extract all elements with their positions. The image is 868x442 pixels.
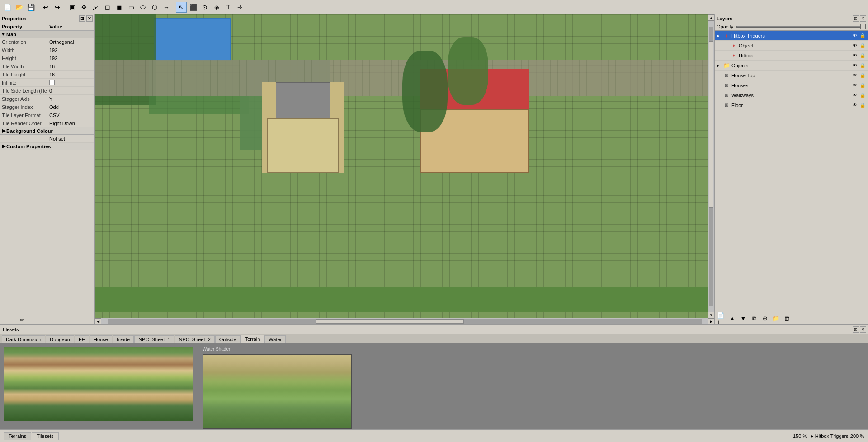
layer-item-objects-group[interactable]: ▶ 📁 Objects 👁 🔒 xyxy=(715,61,868,71)
new-button[interactable]: 📄 xyxy=(2,2,13,13)
scrollbar-right-arrow[interactable]: ▶ xyxy=(708,318,714,324)
props-row-stagger-index[interactable]: Stagger Index Odd xyxy=(0,103,94,111)
rect-button[interactable]: ▭ xyxy=(126,2,137,13)
props-edit-button[interactable]: ✏ xyxy=(18,316,26,324)
layers-close-button[interactable]: ✕ xyxy=(860,15,866,22)
layers-group-button[interactable]: 📁 xyxy=(771,314,781,324)
ellipse-button[interactable]: ⬭ xyxy=(137,2,148,13)
text-button[interactable]: T xyxy=(223,2,234,13)
cursor-button[interactable]: ↖ xyxy=(176,2,187,13)
layer-item-object[interactable]: ♦ Object 👁 🔒 xyxy=(715,41,868,51)
waypoint-button[interactable]: ✛ xyxy=(235,2,245,13)
layer-item-hitbox-triggers[interactable]: ▶ ♦ Hitbox Triggers 👁 🔒 xyxy=(715,31,868,41)
layer-visibility-house-top[interactable]: 👁 xyxy=(851,72,859,79)
layer-expand-hitbox-triggers[interactable]: ▶ xyxy=(717,33,723,38)
props-row-stagger-axis[interactable]: Stagger Axis Y xyxy=(0,95,94,103)
props-map-section[interactable]: ▾ Map xyxy=(0,31,94,38)
tab-npc-sheet-2[interactable]: NPC_Sheet_2 xyxy=(175,335,214,343)
layer-item-walkways[interactable]: ⊞ Walkways 👁 🔒 xyxy=(715,90,868,100)
layers-move-down-button[interactable]: ▼ xyxy=(738,314,748,324)
infinite-checkbox[interactable] xyxy=(49,80,55,85)
tilesets-content[interactable]: Water Shader xyxy=(0,343,868,429)
zoom-button[interactable]: ⊙ xyxy=(199,2,210,13)
tab-house[interactable]: House xyxy=(90,335,112,343)
undo-button[interactable]: ↩ xyxy=(40,2,51,13)
tab-fe[interactable]: FE xyxy=(75,335,89,343)
terrain-button[interactable]: ◈ xyxy=(211,2,222,13)
tab-npc-sheet-1[interactable]: NPC_Sheet_1 xyxy=(134,335,174,343)
tilesets-float-button[interactable]: ⊡ xyxy=(853,326,859,333)
scrollbar-down-arrow[interactable]: ▼ xyxy=(708,312,714,318)
move-button[interactable]: ✥ xyxy=(79,2,90,13)
layer-item-house-top[interactable]: ⊞ House Top 👁 🔒 xyxy=(715,71,868,80)
footer-tab-terrains[interactable]: Terrains xyxy=(4,432,31,440)
map-canvas[interactable] xyxy=(95,14,708,318)
map-scrollbar-horizontal[interactable]: ◀ ▶ xyxy=(95,318,714,324)
polygon-button[interactable]: ⬡ xyxy=(149,2,160,13)
layer-visibility-object[interactable]: 👁 xyxy=(851,42,859,49)
layer-lock-houses[interactable]: 🔒 xyxy=(859,82,866,89)
tileset-terrain-image-1[interactable] xyxy=(4,347,193,421)
layer-item-hitbox[interactable]: ♦ Hitbox 👁 🔒 xyxy=(715,51,868,61)
layer-visibility-floor[interactable]: 👁 xyxy=(851,102,859,109)
tab-dungeon[interactable]: Dungeon xyxy=(46,335,74,343)
props-row-width[interactable]: Width 192 xyxy=(0,46,94,54)
props-row-tile-layer-format[interactable]: Tile Layer Format CSV xyxy=(0,111,94,119)
props-row-render-order[interactable]: Tile Render Order Right Down xyxy=(0,119,94,127)
layer-visibility-walkways[interactable]: 👁 xyxy=(851,92,859,99)
paint-button[interactable]: 🖊 xyxy=(90,2,101,13)
tab-inside[interactable]: Inside xyxy=(113,335,134,343)
tilesets-close-button[interactable]: ✕ xyxy=(860,326,866,333)
opacity-slider[interactable] xyxy=(736,26,866,28)
tileset-terrain-image-2[interactable] xyxy=(203,354,352,429)
props-bg-colour-section[interactable]: ▶ Background Colour xyxy=(0,127,94,135)
layer-lock-hitbox[interactable]: 🔒 xyxy=(859,52,866,59)
tab-outside[interactable]: Outside xyxy=(215,335,241,343)
props-row-height[interactable]: Height 192 xyxy=(0,54,94,62)
layers-duplicate-button[interactable]: ⧉ xyxy=(749,314,759,324)
scrollbar-left-arrow[interactable]: ◀ xyxy=(95,318,101,324)
scrollbar-up-arrow[interactable]: ▲ xyxy=(708,14,714,21)
layers-float-button[interactable]: ⊡ xyxy=(853,15,859,22)
layer-lock-object[interactable]: 🔒 xyxy=(859,42,866,49)
layers-merge-button[interactable]: ⊕ xyxy=(760,314,770,324)
select-button[interactable]: ▣ xyxy=(67,2,78,13)
layers-move-up-button[interactable]: ▲ xyxy=(727,314,737,324)
layer-visibility-hitbox-triggers[interactable]: 👁 xyxy=(851,32,859,39)
props-row-tile-width[interactable]: Tile Width 16 xyxy=(0,62,94,71)
props-custom-section[interactable]: ▶ Custom Properties xyxy=(0,143,94,150)
tab-dark-dimension[interactable]: Dark Dimension xyxy=(2,335,45,343)
props-row-tile-height[interactable]: Tile Height 16 xyxy=(0,71,94,79)
flip-h-button[interactable]: ↔ xyxy=(161,2,172,13)
footer-tab-tilesets[interactable]: Tilesets xyxy=(32,432,59,440)
props-remove-button[interactable]: − xyxy=(9,316,18,324)
scrollbar-h-thumb[interactable] xyxy=(316,319,464,324)
layer-lock-walkways[interactable]: 🔒 xyxy=(859,92,866,99)
layers-add-button[interactable]: 📄+ xyxy=(717,314,726,324)
props-add-button[interactable]: + xyxy=(1,316,9,324)
redo-button[interactable]: ↪ xyxy=(52,2,63,13)
layer-lock-floor[interactable]: 🔒 xyxy=(859,102,866,109)
properties-close-button[interactable]: ✕ xyxy=(86,15,93,22)
scrollbar-h-track[interactable] xyxy=(108,319,702,324)
props-row-bg-colour[interactable]: Not set xyxy=(0,135,94,143)
layer-visibility-hitbox[interactable]: 👁 xyxy=(851,52,859,59)
layer-lock-objects-group[interactable]: 🔒 xyxy=(859,62,866,69)
layer-lock-house-top[interactable]: 🔒 xyxy=(859,72,866,79)
open-button[interactable]: 📂 xyxy=(14,2,24,13)
layer-expand-objects-group[interactable]: ▶ xyxy=(717,63,723,68)
layer-item-houses[interactable]: ⊞ Houses 👁 🔒 xyxy=(715,80,868,90)
layer-item-floor[interactable]: ⊞ Floor 👁 🔒 xyxy=(715,100,868,110)
props-row-hex-side[interactable]: Tile Side Length (Hex) 0 xyxy=(0,87,94,95)
properties-float-button[interactable]: ⊡ xyxy=(79,15,85,22)
map-area[interactable]: ◀ ▶ ▲ ▼ xyxy=(95,14,714,324)
layers-delete-button[interactable]: 🗑 xyxy=(782,314,792,324)
props-row-infinite[interactable]: Infinite xyxy=(0,79,94,87)
layer-lock-hitbox-triggers[interactable]: 🔒 xyxy=(859,32,866,39)
eraser-button[interactable]: ◻ xyxy=(102,2,113,13)
scrollbar-v-track[interactable] xyxy=(709,27,713,306)
fill-button[interactable]: ◼ xyxy=(114,2,125,13)
stamp-button[interactable]: ⬛ xyxy=(188,2,198,13)
tab-water[interactable]: Water xyxy=(264,335,286,343)
props-row-orientation[interactable]: Orientation Orthogonal xyxy=(0,38,94,46)
